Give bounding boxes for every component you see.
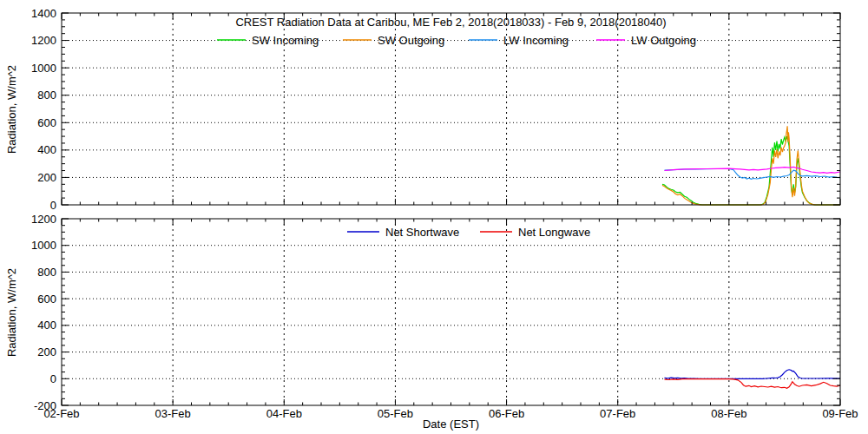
x-tick-label: 05-Feb [378, 407, 413, 420]
legend: Net ShortwaveNet Longwave [347, 226, 590, 239]
y-axis-title: Radiation, W/m^2 [5, 65, 18, 154]
legend: SW IncomingSW OutgoingLW IncomingLW Outg… [217, 34, 696, 47]
y-tick-label: 200 [37, 171, 56, 184]
legend-label-net-shortwave: Net Shortwave [385, 226, 459, 239]
legend-label-lw-outgoing: LW Outgoing [631, 34, 696, 47]
y-tick-label: 1000 [31, 239, 56, 252]
x-tick-label: 03-Feb [155, 407, 191, 420]
legend-item-net-shortwave: Net Shortwave [347, 226, 459, 239]
y-tick-label: 1000 [31, 62, 56, 75]
radiation-plot: 0200400600800100012001400Radiation, W/m^… [0, 0, 868, 434]
legend-label-sw-incoming: SW Incoming [252, 34, 319, 47]
y-tick-label: 0 [50, 372, 56, 385]
plot-frame [62, 219, 840, 405]
legend-item-sw-incoming: SW Incoming [217, 34, 319, 47]
x-tick-label: 08-Feb [711, 407, 746, 420]
legend-item-lw-outgoing: LW Outgoing [596, 34, 696, 47]
series-sw-outgoing [662, 126, 840, 205]
series-lw-outgoing [665, 167, 841, 173]
y-tick-label: 1200 [31, 213, 56, 226]
series-sw-incoming [662, 136, 840, 205]
radiation-chart-page: 0200400600800100012001400Radiation, W/m^… [0, 0, 868, 434]
plot-frame [62, 13, 840, 205]
legend-item-sw-outgoing: SW Outgoing [343, 34, 444, 47]
top-panel: 0200400600800100012001400Radiation, W/m^… [5, 7, 840, 212]
legend-item-lw-incoming: LW Incoming [469, 34, 569, 47]
x-tick-label: 04-Feb [266, 407, 302, 420]
x-tick-label: 06-Feb [489, 407, 524, 420]
legend-label-net-longwave: Net Longwave [518, 226, 590, 239]
series-net-shortwave [665, 370, 841, 379]
legend-item-net-longwave: Net Longwave [480, 226, 590, 239]
series-net-longwave [665, 379, 841, 389]
x-tick-label: 09-Feb [822, 407, 858, 420]
y-tick-label: 400 [37, 143, 56, 156]
y-tick-label: 1400 [31, 7, 56, 20]
y-tick-label: 800 [37, 89, 56, 102]
y-tick-label: 800 [37, 266, 56, 279]
legend-label-lw-incoming: LW Incoming [503, 34, 569, 47]
y-tick-label: 600 [37, 116, 56, 129]
y-tick-label: 0 [50, 199, 56, 212]
gridlines [62, 13, 840, 205]
ticks [62, 13, 840, 205]
y-tick-label: 400 [37, 319, 56, 332]
ticks [62, 219, 840, 405]
chart-title: CREST Radiation Data at Caribou, ME Feb … [235, 16, 666, 29]
legend-label-sw-outgoing: SW Outgoing [378, 34, 444, 47]
y-tick-label: 1200 [31, 34, 56, 47]
y-tick-label: 200 [37, 345, 56, 358]
x-axis-title: Date (EST) [423, 418, 479, 431]
gridlines [62, 219, 840, 405]
bottom-panel: -20002004006008001000120002-Feb03-Feb04-… [5, 213, 858, 431]
x-tick-label: 07-Feb [600, 407, 635, 420]
y-axis-title: Radiation, W/m^2 [5, 268, 18, 357]
x-tick-label: 02-Feb [43, 407, 79, 420]
y-tick-label: 600 [37, 293, 56, 306]
